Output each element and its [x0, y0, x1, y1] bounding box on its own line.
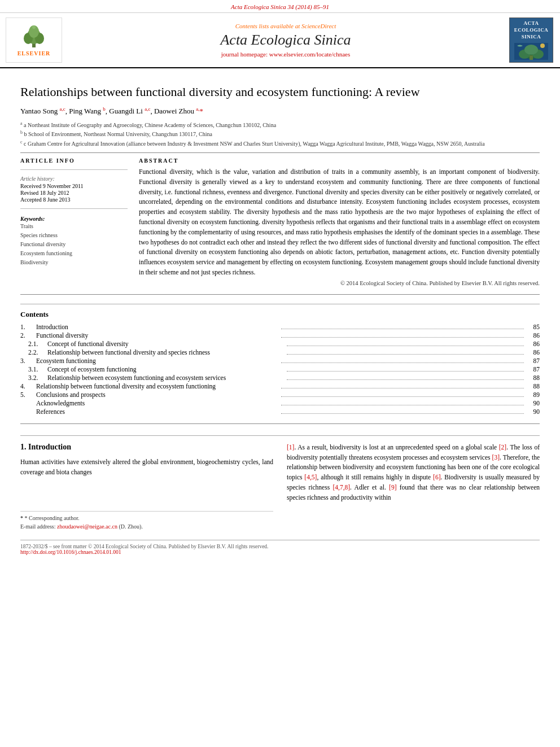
- toc-item-5: 5. Conclusions and prospects 89: [20, 391, 540, 399]
- abstract-label: ABSTRACT: [139, 158, 540, 164]
- divider-keywords: [20, 208, 128, 209]
- affiliation-b: b b School of Environment, Northeast Nor…: [20, 129, 540, 138]
- ref-6[interactable]: [6]: [433, 474, 440, 480]
- toc-num-3-1: 3.1.: [20, 366, 47, 373]
- toc-dots-1: [281, 329, 524, 329]
- main-content: Relationships between functional diversi…: [0, 68, 560, 561]
- divider-before-intro: [20, 423, 540, 424]
- toc-dots-3-1: [287, 371, 524, 372]
- ref-9[interactable]: [9]: [389, 484, 396, 491]
- svg-point-5: [32, 25, 36, 29]
- keyword-ecosystem-functioning: Ecosystem functioning: [20, 249, 128, 258]
- toc-page-5: 89: [526, 391, 540, 398]
- footnote-email: E-mail address: zhoudaowei@neigae.ac.cn …: [20, 522, 273, 531]
- toc-page-ref: 90: [526, 408, 540, 415]
- elsevier-text: ELSEVIER: [18, 50, 51, 56]
- right-logo-area: ACTAECOLOGICASINICA: [509, 18, 554, 63]
- toc-label-3-1[interactable]: Concept of ecosystem functioning: [47, 366, 285, 373]
- toc-page-2-2: 86: [526, 349, 540, 356]
- toc-num-2-2: 2.2.: [20, 349, 47, 356]
- email-link[interactable]: zhoudaowei@neigae.ac.cn: [57, 523, 117, 530]
- svg-point-10: [524, 45, 538, 55]
- toc-label-2-2[interactable]: Relationship between functional diversit…: [47, 349, 285, 356]
- toc-page-1: 85: [526, 324, 540, 330]
- toc-dots-4: [281, 388, 524, 388]
- toc-item-3-2: 3.2. Relationship between ecosystem func…: [20, 374, 540, 382]
- accepted-text: Accepted 8 June 2013: [20, 196, 71, 203]
- contents-section: Contents 1. Introduction 85 2. Functiona…: [20, 304, 540, 416]
- revised-line: Revised 18 July 2012: [20, 190, 128, 196]
- keyword-functional-diversity: Functional diversity: [20, 240, 128, 249]
- affiliation-a: a a Northeast Institute of Geography and…: [20, 120, 540, 129]
- toc-label-4[interactable]: Relationship between functional diversit…: [36, 383, 279, 390]
- keyword-species-richness: Species richness: [20, 231, 128, 240]
- revised-text: Revised 18 July 2012: [20, 190, 69, 196]
- elsevier-logo: ELSEVIER: [6, 18, 62, 63]
- keywords-label: Keywords:: [20, 216, 128, 222]
- toc-label-2-1[interactable]: Concept of functional diversity: [47, 340, 285, 347]
- divider-info-top: [20, 169, 128, 170]
- toc-dots-ref: [281, 413, 524, 414]
- intro-right-text: [1]. As a result, biodiversity is lost a…: [287, 443, 540, 503]
- issn-line: 1872-2032/$ – see front matter © 2014 Ec…: [20, 544, 540, 549]
- keywords-section: Keywords: Traits Species richness Functi…: [20, 216, 128, 267]
- toc-label-5[interactable]: Conclusions and prospects: [36, 391, 279, 398]
- article-info-label: ARTICLE INFO: [20, 158, 128, 164]
- intro-right-col: [1]. As a result, biodiversity is lost a…: [287, 443, 540, 531]
- journal-name: Acta Ecologica Sinica: [68, 32, 504, 49]
- toc-item-3-1: 3.1. Concept of ecosystem functioning 87: [20, 366, 540, 373]
- ref-1[interactable]: [1]: [287, 444, 294, 451]
- sciencedirect-link-text[interactable]: ScienceDirect: [301, 23, 336, 29]
- accepted-line: Accepted 8 June 2013: [20, 196, 128, 203]
- keyword-traits: Traits: [20, 222, 128, 231]
- authors-line: Yantao Song a,c, Ping Wang b, Guangdi Li…: [20, 106, 540, 116]
- journal-homepage: journal homepage: www.elsevier.com/locat…: [68, 51, 504, 58]
- elsevier-tree-icon: [17, 24, 51, 49]
- email-label: E-mail address:: [20, 523, 57, 530]
- toc-page-4: 88: [526, 383, 540, 390]
- toc-item-1: 1. Introduction 85: [20, 324, 540, 331]
- right-logo-svg: [514, 43, 548, 60]
- toc-item-2-1: 2.1. Concept of functional diversity 86: [20, 340, 540, 348]
- toc-dots-2: [281, 337, 524, 338]
- toc-label-ack[interactable]: Acknowledgments: [36, 400, 279, 407]
- toc-num-2-1: 2.1.: [20, 340, 47, 347]
- toc-dots-2-1: [287, 346, 524, 346]
- page-wrapper: Acta Ecologica Sinica 34 (2014) 85–91 EL…: [0, 0, 560, 561]
- received-line: Received 9 November 2011: [20, 183, 128, 189]
- toc-label-3[interactable]: Ecosystem functioning: [36, 357, 279, 364]
- sciencedirect-info: Contents lists available at ScienceDirec…: [68, 23, 504, 29]
- toc-item-4: 4. Relationship between functional diver…: [20, 383, 540, 390]
- toc-label-3-2[interactable]: Relationship between ecosystem functioni…: [47, 374, 285, 381]
- elsevier-logo-area: ELSEVIER: [6, 18, 62, 63]
- toc-page-ack: 90: [526, 400, 540, 407]
- ref-4-5[interactable]: [4,5]: [304, 474, 317, 480]
- keyword-biodiversity: Biodiversity: [20, 258, 128, 267]
- ref-4-7-8[interactable]: [4,7,8]: [333, 484, 350, 491]
- ref-2[interactable]: [2]: [499, 444, 506, 451]
- toc-label-2[interactable]: Functional diversity: [36, 332, 279, 339]
- toc-page-2: 86: [526, 332, 540, 339]
- doi-link[interactable]: http://dx.doi.org/10.1016/j.chnaes.2014.…: [20, 549, 540, 555]
- journal-header: ELSEVIER Contents lists available at Sci…: [0, 13, 560, 68]
- article-info-col: ARTICLE INFO Article history: Received 9…: [20, 158, 128, 286]
- toc-dots-5: [281, 396, 524, 397]
- toc-label-ref[interactable]: References: [36, 408, 279, 415]
- toc-item-ref: References 90: [20, 408, 540, 416]
- toc-num-5: 5.: [20, 391, 36, 398]
- toc-num-1: 1.: [20, 324, 36, 330]
- svg-point-12: [540, 43, 545, 48]
- bottom-bar: 1872-2032/$ – see front matter © 2014 Ec…: [20, 540, 540, 555]
- toc-label-1[interactable]: Introduction: [36, 324, 279, 330]
- intro-two-col: 1. Introduction Human activities have ex…: [20, 443, 540, 531]
- intro-heading: 1. Introduction: [20, 443, 273, 452]
- toc-page-3-2: 88: [526, 374, 540, 381]
- ref-3[interactable]: [3]: [492, 454, 500, 461]
- right-logo-text: ACTAECOLOGICASINICA: [514, 20, 549, 40]
- affiliation-c: c c Graham Centre for Agricultural Innov…: [20, 139, 540, 148]
- contents-title: Contents: [20, 310, 540, 319]
- history-label: Article history:: [20, 176, 128, 182]
- footnote-area: * * Corresponding author. E-mail address…: [20, 511, 273, 531]
- footnote-star: * * Corresponding author.: [20, 514, 273, 522]
- article-title-area: Relationships between functional diversi…: [20, 84, 540, 101]
